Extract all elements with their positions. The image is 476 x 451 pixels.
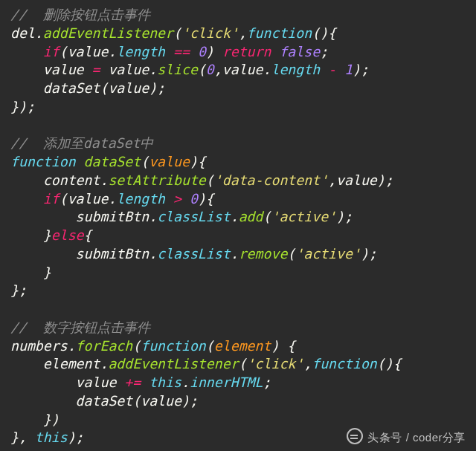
comment-dataset: // 添加至dataSet中 (10, 135, 153, 151)
arg-value: value (149, 154, 190, 169)
kw-function: function (10, 154, 76, 169)
kw-return: return (222, 44, 271, 59)
watermark-text: 头条号 / coder分享 (367, 431, 466, 444)
kw-function: function (247, 25, 312, 41)
comment-delete: // 删除按钮点击事件 (10, 7, 150, 22)
fn-addEventListener: addEventListener (43, 25, 173, 41)
kw-if: if (43, 44, 60, 59)
arg-element: element (214, 338, 271, 354)
watermark: 头条号 / coder分享 (347, 428, 466, 445)
comment-numbers: // 数字按钮点击事件 (10, 319, 150, 335)
fn-dataSet: dataSet (84, 154, 141, 169)
id-del: del (10, 25, 35, 41)
str-click: 'click' (181, 25, 239, 41)
toutiao-logo-icon (347, 428, 363, 444)
code-block: // 删除按钮点击事件 del.addEventListener('click'… (0, 0, 476, 451)
kw-this: this (149, 374, 181, 390)
kw-else: else (51, 227, 84, 243)
